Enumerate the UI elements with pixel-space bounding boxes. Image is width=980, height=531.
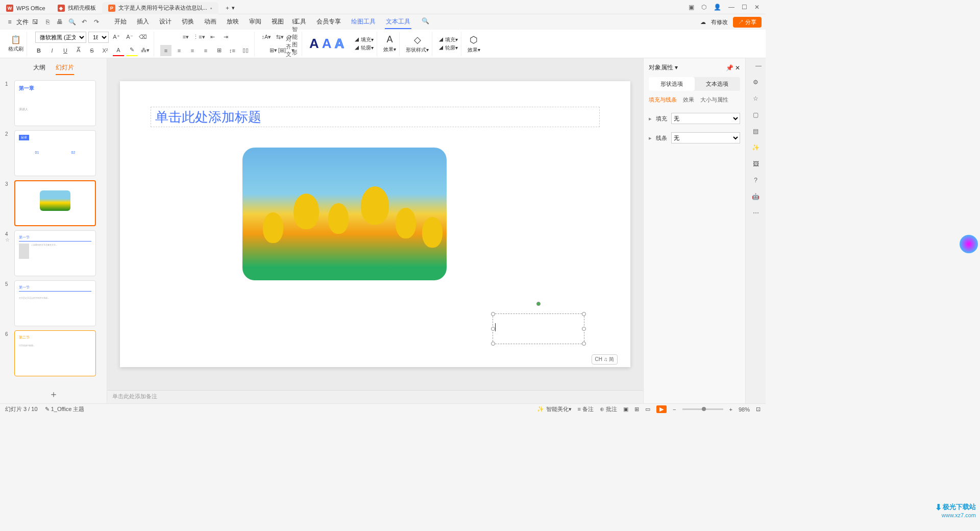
menu-tab-start[interactable]: 开始	[113, 15, 128, 29]
slide-image[interactable]	[242, 148, 447, 280]
font-color-icon[interactable]: A	[113, 45, 124, 56]
menu-tab-view[interactable]: 视图	[271, 15, 285, 29]
redo-icon[interactable]: ↷	[91, 16, 102, 28]
align-text-button[interactable]: [⊞] 对齐文本▾	[281, 45, 292, 56]
slide-canvas[interactable]: 单击此处添加标题	[120, 81, 630, 367]
save-icon[interactable]: 🖫	[30, 16, 41, 28]
clear-format-icon[interactable]: ⌫	[137, 32, 149, 43]
align-center-icon[interactable]: ≡	[174, 45, 185, 56]
view-normal-icon[interactable]: ▣	[623, 406, 628, 413]
char-format-icon[interactable]: ⁂▾	[139, 45, 151, 56]
wordart-style-3[interactable]: A	[335, 36, 345, 52]
canvas-scroll[interactable]: 单击此处添加标题	[107, 58, 643, 390]
menu-tab-drawtools[interactable]: 绘图工具	[350, 15, 377, 29]
resize-handle[interactable]	[491, 327, 495, 331]
fit-icon[interactable]: ⊡	[756, 406, 761, 413]
share-button[interactable]: ↗ 分享	[733, 17, 762, 28]
notes-toggle[interactable]: ≡ 备注	[578, 405, 594, 413]
more-icon[interactable]: ⋯	[753, 209, 759, 216]
menu-tab-slideshow[interactable]: 放映	[226, 15, 240, 29]
image-icon[interactable]: 🖼	[753, 160, 759, 167]
slideshow-icon[interactable]: ▶	[656, 405, 667, 413]
add-slide-button[interactable]: ＋	[0, 385, 107, 403]
tab-stops-icon[interactable]: ⊞▾	[267, 45, 279, 56]
close-panel-icon[interactable]: ✕	[735, 64, 740, 71]
thumb-2[interactable]: 目录0102	[14, 130, 96, 176]
wordart-style-1[interactable]: A	[309, 36, 319, 52]
subtab-fill[interactable]: 填充与线条	[649, 96, 677, 104]
resize-handle[interactable]	[582, 327, 586, 331]
font-name-select[interactable]: 微软雅黑 (正文)	[35, 32, 86, 43]
beautify-button[interactable]: ✨ 智能美化▾	[537, 405, 571, 413]
layers-icon[interactable]: ▤	[753, 128, 758, 135]
text-effect-label[interactable]: 效果▾	[383, 46, 396, 53]
menu-tab-member[interactable]: 会员专享	[315, 15, 342, 29]
text-outline-button[interactable]: ◢ 轮廓▾	[354, 44, 374, 52]
thumb-5[interactable]: 第一节文字是记录语言的书写符号系统...	[14, 280, 96, 326]
option-tab-text[interactable]: 文本选项	[695, 77, 741, 91]
help-icon[interactable]: ?	[754, 177, 757, 184]
text-fill-button[interactable]: ◢ 填充▾	[354, 36, 374, 43]
decrease-font-icon[interactable]: A⁻	[124, 32, 135, 43]
pin-icon[interactable]: 📌	[726, 64, 733, 71]
adjust-icon[interactable]: ⚙	[753, 79, 758, 86]
shape-style-icon[interactable]: ◇	[414, 34, 421, 45]
menu-tab-texttools[interactable]: 文本工具	[385, 15, 411, 29]
user-avatar-icon[interactable]: 👤	[714, 4, 721, 11]
strike-icon[interactable]: S	[86, 45, 97, 56]
minimize-button[interactable]: —	[728, 4, 734, 11]
expand-icon[interactable]: ▸	[649, 115, 652, 122]
char-spacing-icon[interactable]: ⇆▾	[274, 32, 285, 43]
fill-select[interactable]: 无	[671, 113, 740, 124]
hamburger-icon[interactable]: ≡	[4, 16, 15, 28]
indent-dec-icon[interactable]: ⇤	[207, 32, 218, 43]
increase-font-icon[interactable]: A⁺	[111, 32, 122, 43]
export-icon[interactable]: ⎘	[42, 16, 53, 28]
option-tab-shape[interactable]: 形状选项	[649, 77, 695, 91]
align-distribute-icon[interactable]: ⊞	[213, 45, 225, 56]
font-size-select[interactable]: 18	[88, 32, 109, 43]
thumb-6[interactable]: 第二节汉字起源于图画...	[14, 330, 96, 376]
rotate-handle[interactable]	[536, 302, 541, 306]
preview-icon[interactable]: 🔍	[66, 16, 78, 28]
thumb-4[interactable]: 第一节人类最初的文字是象形文字...	[14, 230, 96, 276]
italic-icon[interactable]: I	[46, 45, 58, 56]
tab-templates[interactable]: ◆ 找稻壳模板	[52, 2, 102, 14]
shape-effect-label[interactable]: 效果▾	[468, 46, 480, 54]
menu-tab-design[interactable]: 设计	[158, 15, 173, 29]
menu-tab-animation[interactable]: 动画	[203, 15, 217, 29]
line-select[interactable]: 无	[671, 132, 740, 143]
shape-fill-button[interactable]: ◢ 填充▾	[438, 36, 458, 43]
slide-title-placeholder[interactable]: 单击此处添加标题	[151, 107, 600, 127]
text-effect-icon[interactable]: A	[387, 34, 393, 45]
magic-icon[interactable]: ✨	[752, 144, 760, 151]
indent-inc-icon[interactable]: ⇥	[220, 32, 231, 43]
resize-handle[interactable]	[582, 312, 586, 316]
wordart-style-2[interactable]: A	[322, 36, 332, 52]
subtab-size[interactable]: 大小与属性	[700, 96, 728, 104]
zoom-out-icon[interactable]: −	[673, 406, 676, 413]
expand-icon[interactable]: ▸	[649, 135, 652, 141]
resize-handle[interactable]	[582, 342, 586, 346]
menu-tab-review[interactable]: 审阅	[248, 15, 262, 29]
cloud-icon[interactable]: ☁	[700, 19, 706, 26]
undo-icon[interactable]: ↶	[79, 16, 90, 28]
notes-pane[interactable]: 单击此处添加备注	[107, 390, 643, 403]
thumb-1[interactable]: 第一章演讲人	[14, 80, 96, 126]
resize-handle[interactable]	[491, 312, 495, 316]
align-left-icon[interactable]: ≡	[160, 45, 172, 56]
comments-toggle[interactable]: ⊕ 批注	[600, 405, 617, 413]
shape-outline-button[interactable]: ◢ 轮廓▾	[438, 44, 458, 52]
thumb-3[interactable]	[14, 180, 96, 226]
print-icon[interactable]: 🖶	[54, 16, 65, 28]
zoom-value[interactable]: 98%	[739, 406, 750, 413]
bullets-icon[interactable]: ≡▾	[180, 32, 191, 43]
view-sorter-icon[interactable]: ⊞	[634, 406, 639, 413]
search-icon[interactable]: 🔍	[420, 15, 431, 27]
cube-icon[interactable]: ⬡	[701, 4, 706, 11]
robot-icon[interactable]: 🤖	[752, 193, 760, 200]
resize-handle[interactable]	[491, 342, 495, 346]
superscript-icon[interactable]: X²	[100, 45, 111, 56]
strikethrough-icon[interactable]: A̅	[73, 45, 84, 56]
new-tab-button[interactable]: ＋ ▾	[218, 2, 241, 14]
